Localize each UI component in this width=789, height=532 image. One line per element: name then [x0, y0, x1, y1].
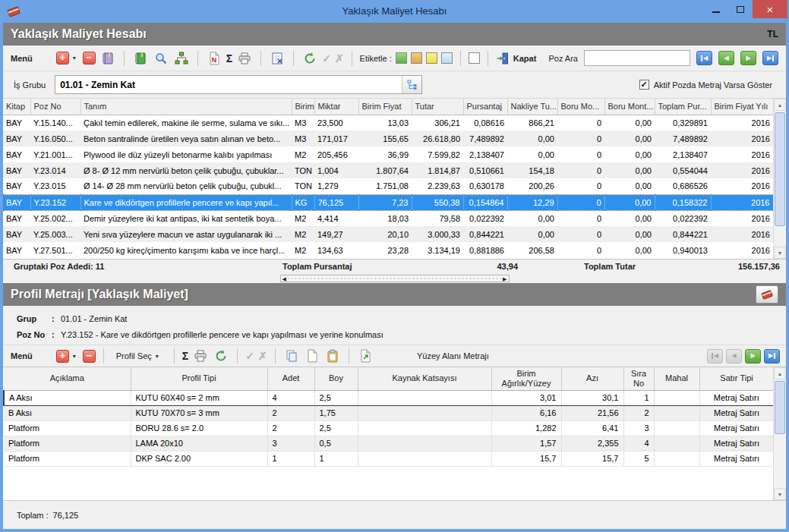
cell[interactable]: 2,5: [314, 390, 358, 405]
add-row-button[interactable]: +: [56, 52, 69, 65]
cell[interactable]: 205,456: [314, 146, 358, 162]
cell[interactable]: Plywood ile düz yüzeyli betonarme kalıbı…: [80, 146, 292, 162]
remove-row-button[interactable]: −: [83, 350, 96, 363]
refresh-icon[interactable]: [213, 348, 229, 364]
cell[interactable]: 0,00: [604, 131, 655, 146]
cell[interactable]: 2016: [711, 210, 773, 226]
scroll-up-button[interactable]: ▲: [774, 99, 786, 111]
cell[interactable]: 2: [267, 405, 314, 420]
cell[interactable]: [358, 420, 491, 436]
cell[interactable]: 1,279: [314, 178, 358, 194]
minimize-button[interactable]: [704, 0, 728, 18]
cell[interactable]: 0: [557, 162, 604, 178]
table-row[interactable]: BAYY.27.501...200/250 kg kireç/çimento k…: [3, 242, 773, 258]
prev-record-button[interactable]: ◀: [718, 51, 734, 65]
cell[interactable]: 0: [557, 194, 604, 210]
cell[interactable]: Beton santralinde üretilen veya satın al…: [80, 131, 292, 146]
cell[interactable]: 2,5: [314, 420, 358, 436]
cell[interactable]: BAY: [3, 210, 30, 226]
cell[interactable]: 7.599,82: [412, 146, 463, 162]
cell[interactable]: 0,00: [604, 178, 655, 194]
cell[interactable]: 1: [267, 451, 314, 466]
cell[interactable]: 0,00: [604, 226, 655, 242]
cell[interactable]: BAY: [3, 146, 30, 162]
is-grubu-field[interactable]: 01.01 - Zemin Kat: [55, 75, 422, 94]
column-header[interactable]: Birim Fiyat: [358, 99, 412, 115]
cell[interactable]: 3,01: [491, 390, 561, 405]
cell[interactable]: Metraj Satırı: [699, 390, 774, 405]
cell[interactable]: 2.239,63: [412, 178, 463, 194]
cell[interactable]: KUTU 60X40 s= 2 mm: [131, 390, 267, 405]
cell[interactable]: 0,00: [604, 242, 655, 258]
cell[interactable]: 0,5: [314, 436, 358, 451]
last-record-button[interactable]: ▶: [764, 349, 780, 364]
cell[interactable]: 6,41: [561, 420, 623, 436]
cell[interactable]: 3.000,33: [412, 226, 463, 242]
cell[interactable]: 0,00: [507, 131, 557, 146]
column-header[interactable]: Birim: [292, 99, 314, 115]
blank-page-icon[interactable]: [304, 348, 320, 364]
close-button[interactable]: ×: [753, 0, 787, 18]
column-header[interactable]: Birim Ağırlık/Yüzey: [491, 367, 561, 390]
cell[interactable]: Y.15.140...: [30, 115, 80, 131]
table-row[interactable]: BAYY.21.001...Plywood ile düz yüzeyli be…: [3, 146, 773, 162]
cell[interactable]: Metraj Satırı: [699, 451, 774, 466]
tag-clear-button[interactable]: [469, 52, 480, 64]
cell[interactable]: Platform: [4, 420, 131, 436]
cell[interactable]: 1,282: [491, 420, 561, 436]
cell[interactable]: Y.25.002...: [30, 210, 80, 226]
cell[interactable]: 1.751,08: [358, 178, 412, 194]
cell[interactable]: 12,29: [507, 194, 557, 210]
cell[interactable]: Metraj Satırı: [699, 436, 774, 451]
cell[interactable]: 0,022392: [655, 210, 711, 226]
cell[interactable]: 200/250 kg kireç/çimento karışımı kaba v…: [80, 242, 292, 258]
cell[interactable]: 15,7: [491, 451, 561, 466]
cell[interactable]: 0: [557, 115, 604, 131]
table-row[interactable]: BAYY.23.152Kare ve dikdörtgen profillerl…: [3, 194, 773, 210]
cell[interactable]: 0,554044: [655, 162, 711, 178]
cell[interactable]: Y.16.050...: [30, 131, 80, 146]
cell[interactable]: 18,03: [358, 210, 412, 226]
cell[interactable]: 200,26: [507, 178, 557, 194]
cell[interactable]: 2016: [711, 194, 773, 210]
cell[interactable]: 2016: [711, 242, 773, 258]
sum-icon[interactable]: Σ: [182, 350, 188, 362]
cell[interactable]: 20,10: [358, 226, 412, 242]
cell[interactable]: [654, 390, 699, 405]
scrollbar-thumb[interactable]: [775, 112, 785, 226]
splitter-left-icon[interactable]: ◀: [282, 276, 286, 282]
cell[interactable]: M2: [292, 146, 314, 162]
cell[interactable]: BAY: [3, 162, 30, 178]
cell[interactable]: 0,510661: [463, 162, 507, 178]
next-record-button[interactable]: ▶: [740, 51, 756, 65]
cell[interactable]: 0,844221: [655, 226, 711, 242]
column-header[interactable]: Kitap: [3, 99, 30, 115]
column-header[interactable]: Poz No: [30, 99, 80, 115]
cell[interactable]: 2016: [711, 146, 773, 162]
cell[interactable]: 0,022392: [463, 210, 507, 226]
cell[interactable]: Y.23.015: [30, 178, 80, 194]
column-header[interactable]: Adet: [267, 367, 314, 390]
column-header[interactable]: Tutar: [412, 99, 463, 115]
column-header[interactable]: Kaynak Katsayısı: [358, 367, 491, 390]
cell[interactable]: Demir yüzeylere iki kat antipas, iki kat…: [80, 210, 292, 226]
cell[interactable]: 0,630178: [463, 178, 507, 194]
first-record-button[interactable]: ◀: [696, 51, 712, 65]
cell[interactable]: 550,38: [412, 194, 463, 210]
cell[interactable]: M3: [292, 131, 314, 146]
cell[interactable]: 1: [314, 451, 358, 466]
report-preview-icon[interactable]: [269, 50, 286, 67]
cell[interactable]: 21,56: [561, 405, 623, 420]
cell[interactable]: 0,844221: [463, 226, 507, 242]
cell[interactable]: 2016: [711, 162, 773, 178]
cell[interactable]: Çakıl temin edilerek, makine ile serme, …: [80, 115, 292, 131]
cell[interactable]: BAY: [3, 131, 30, 146]
cell[interactable]: 6,16: [491, 405, 561, 420]
cell[interactable]: 0,00: [604, 210, 655, 226]
cell[interactable]: 4: [267, 390, 314, 405]
cell[interactable]: 0: [557, 226, 604, 242]
cell[interactable]: 23,500: [314, 115, 358, 131]
cell[interactable]: Metraj Satırı: [699, 420, 774, 436]
cell[interactable]: [358, 390, 491, 405]
cell[interactable]: 1.814,87: [412, 162, 463, 178]
